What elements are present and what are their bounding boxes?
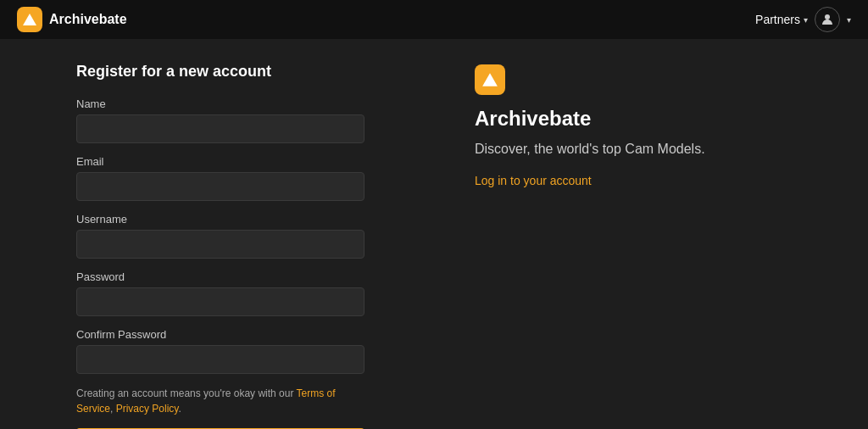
confirm-password-field-group: Confirm Password bbox=[76, 328, 364, 374]
password-label: Password bbox=[76, 270, 364, 283]
terms-prefix: Creating an account means you're okay wi… bbox=[76, 387, 297, 399]
user-icon[interactable] bbox=[815, 7, 840, 32]
info-app-name: Archivebate bbox=[475, 107, 834, 131]
info-tagline: Discover, the world's top Cam Models. bbox=[475, 140, 834, 159]
page-title: Register for a new account bbox=[76, 63, 364, 81]
brand: Archivebate bbox=[17, 7, 127, 32]
svg-marker-0 bbox=[23, 14, 36, 25]
email-input[interactable] bbox=[76, 172, 364, 201]
form-panel: Register for a new account Name Email Us… bbox=[0, 39, 441, 429]
username-input[interactable] bbox=[76, 230, 364, 259]
confirm-password-input[interactable] bbox=[76, 345, 364, 374]
name-field-group: Name bbox=[76, 98, 364, 143]
brand-logo-icon bbox=[17, 7, 42, 32]
email-label: Email bbox=[76, 155, 364, 168]
user-chevron-icon[interactable]: ▾ bbox=[847, 15, 851, 25]
terms-suffix: . bbox=[178, 403, 181, 415]
confirm-password-label: Confirm Password bbox=[76, 328, 364, 341]
email-field-group: Email bbox=[76, 155, 364, 201]
navbar: Archivebate Partners ▾ ▾ bbox=[0, 0, 868, 39]
main-content: Register for a new account Name Email Us… bbox=[0, 39, 868, 429]
privacy-policy-link[interactable]: Privacy Policy bbox=[116, 403, 179, 415]
info-logo-icon bbox=[475, 64, 505, 95]
svg-marker-2 bbox=[482, 73, 498, 86]
login-link[interactable]: Log in to your account bbox=[475, 174, 834, 187]
username-field-group: Username bbox=[76, 213, 364, 259]
name-input[interactable] bbox=[76, 114, 364, 143]
password-input[interactable] bbox=[76, 287, 364, 316]
navbar-right: Partners ▾ ▾ bbox=[755, 7, 851, 32]
terms-comma: , bbox=[110, 403, 116, 415]
brand-name-label: Archivebate bbox=[49, 12, 127, 27]
password-field-group: Password bbox=[76, 270, 364, 316]
partners-chevron-icon: ▾ bbox=[804, 15, 808, 25]
partners-label: Partners bbox=[755, 13, 800, 26]
terms-text: Creating an account means you're okay wi… bbox=[76, 386, 364, 416]
username-label: Username bbox=[76, 213, 364, 226]
name-label: Name bbox=[76, 98, 364, 110]
partners-menu[interactable]: Partners ▾ bbox=[755, 13, 808, 26]
svg-point-1 bbox=[825, 14, 830, 20]
info-panel: Archivebate Discover, the world's top Ca… bbox=[441, 39, 868, 429]
